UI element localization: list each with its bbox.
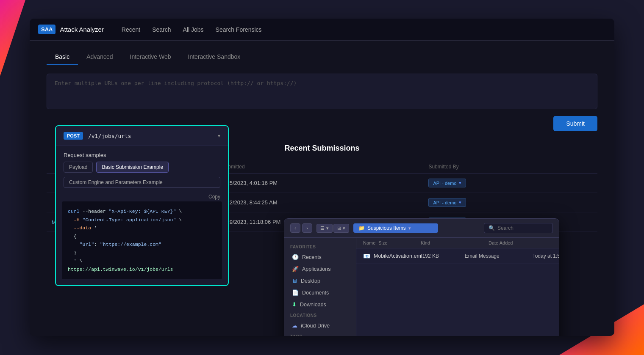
documents-icon: 📄 — [292, 289, 299, 296]
file-list-panel: Name Size Kind Date Added 📧 MobileActiva… — [356, 238, 559, 336]
nav-links: Recent Search All Jobs Search Forensics — [122, 26, 262, 33]
request-samples-label: Request samples — [56, 146, 228, 162]
file-name-cell: 📧 MobileActivation.eml — [363, 253, 422, 259]
favorites-label: Favorites — [284, 242, 356, 251]
sidebar-item-icloud[interactable]: ☁ iCloud Drive — [286, 320, 354, 331]
file-icon: 📧 — [363, 253, 370, 259]
tab-interactive-sandbox[interactable]: Interactive Sandbox — [180, 49, 249, 65]
icloud-icon: ☁ — [292, 322, 297, 329]
tags-label: Tags — [284, 332, 356, 336]
file-sidebar: Favorites 🕐 Recents 🚀 Applications 🖥 Des… — [284, 238, 356, 336]
row2-submitter: API - demo ▾ — [423, 193, 567, 212]
main-content: Basic Advanced Interactive Web Interacti… — [30, 41, 614, 336]
back-arrow[interactable]: ‹ — [290, 223, 300, 233]
tab-advanced[interactable]: Advanced — [78, 49, 121, 65]
file-search-input[interactable] — [497, 225, 548, 231]
file-row[interactable]: 📧 MobileActivation.eml 192 KB Email Mess… — [356, 248, 559, 264]
nav-search[interactable]: Search — [152, 26, 171, 33]
search-icon: 🔍 — [489, 225, 495, 231]
desktop-icon: 🖥 — [292, 278, 297, 284]
grid-view-caret: ▾ — [343, 226, 345, 231]
col-size: Size — [378, 240, 421, 245]
location-caret-icon: ▾ — [408, 226, 411, 231]
col-kind: Kind — [421, 240, 489, 245]
downloads-icon: ⬇ — [292, 301, 297, 308]
app-window: SAA Attack Analyzer Recent Search All Jo… — [30, 19, 614, 336]
col-header-engine — [567, 160, 597, 173]
corner-decoration-tl — [0, 0, 34, 85]
col-header-submitted-by: Submitted By — [423, 160, 567, 173]
sidebar-applications-label: Applications — [302, 266, 330, 272]
col-date: Date Added — [489, 240, 552, 245]
tab-interactive-web[interactable]: Interactive Web — [122, 49, 180, 65]
file-size: 192 KB — [422, 253, 465, 259]
api-panel: POST /v1/jobs/urls ▾ Request samples Pay… — [55, 125, 229, 286]
file-dialog: ‹ › ☰ ▾ ⊞ ▾ 📁 Suspicious Items — [284, 218, 559, 336]
nav-arrows: ‹ › — [290, 223, 312, 233]
list-view-caret: ▾ — [326, 226, 329, 231]
nav-search-forensics[interactable]: Search Forensics — [216, 26, 262, 33]
folder-icon: 📁 — [358, 225, 365, 231]
url-input-area — [47, 74, 597, 109]
chevron-down-icon[interactable]: ▾ — [218, 133, 220, 139]
copy-button[interactable]: Copy — [208, 194, 220, 200]
navbar: SAA Attack Analyzer Recent Search All Jo… — [30, 19, 614, 41]
row1-submitted: 5/25/2023, 4:01:16 PM — [217, 173, 424, 193]
post-badge: POST — [64, 132, 83, 140]
search-box: 🔍 — [484, 223, 553, 233]
caret-icon: ▾ — [459, 180, 461, 186]
row1-submitter: API - demo ▾ — [423, 173, 567, 193]
tab-basic[interactable]: Basic — [47, 49, 78, 65]
sidebar-item-desktop[interactable]: 🖥 Desktop — [286, 275, 354, 286]
location-label: Suspicious Items — [367, 225, 406, 231]
file-name: MobileActivation.eml — [374, 253, 422, 259]
url-input[interactable] — [55, 80, 589, 101]
sidebar-item-recents[interactable]: 🕐 Recents — [286, 251, 354, 263]
file-date: Today at 1:56 PM — [533, 253, 559, 259]
sidebar-recents-label: Recents — [302, 254, 322, 260]
submit-button[interactable]: Submit — [553, 116, 597, 131]
sidebar-icloud-label: iCloud Drive — [301, 323, 330, 329]
sidebar-item-downloads[interactable]: ⬇ Downloads — [286, 299, 354, 310]
nav-all-jobs[interactable]: All Jobs — [183, 26, 204, 33]
custom-engine-tab[interactable]: Custom Engine and Parameters Example — [64, 177, 220, 188]
row2-action — [567, 193, 597, 212]
nav-recent[interactable]: Recent — [122, 26, 140, 33]
file-list-header: Name Size Kind Date Added — [356, 238, 559, 248]
locations-label: Locations — [284, 311, 356, 319]
file-dialog-toolbar: ‹ › ☰ ▾ ⊞ ▾ 📁 Suspicious Items — [284, 219, 559, 238]
list-view-btn[interactable]: ☰ ▾ — [316, 224, 333, 233]
sidebar-item-applications[interactable]: 🚀 Applications — [286, 263, 354, 275]
sidebar-desktop-label: Desktop — [301, 278, 320, 284]
list-view-icon: ☰ — [320, 226, 325, 231]
logo: SAA Attack Analyzer — [38, 25, 104, 34]
location-badge[interactable]: 📁 Suspicious Items ▾ — [353, 223, 438, 233]
row2-submitted: 5/22/2023, 8:44:25 AM — [217, 193, 424, 212]
api-endpoint: /v1/jobs/urls — [88, 133, 213, 139]
grid-view-btn[interactable]: ⊞ ▾ — [333, 224, 349, 233]
engine-badge: API - demo ▾ — [428, 179, 466, 187]
app-title: Attack Analyzer — [60, 26, 103, 33]
forward-arrow[interactable]: › — [302, 223, 312, 233]
sidebar-item-documents[interactable]: 📄 Documents — [286, 287, 354, 298]
grid-view-icon: ⊞ — [337, 226, 341, 231]
tabs-row: Basic Advanced Interactive Web Interacti… — [47, 49, 597, 65]
row3-action — [567, 212, 597, 232]
caret-icon: ▾ — [459, 200, 461, 205]
clock-icon: 🕐 — [292, 254, 299, 260]
logo-badge: SAA — [38, 25, 56, 34]
sidebar-documents-label: Documents — [302, 290, 329, 296]
file-kind: Email Message — [465, 253, 533, 259]
code-block: curl --header "X-Api-Key: ${API_KEY}" \ … — [62, 201, 222, 279]
row1-action — [567, 173, 597, 193]
col-header-submitted: Submitted — [217, 160, 424, 173]
file-dialog-body: Favorites 🕐 Recents 🚀 Applications 🖥 Des… — [284, 238, 559, 336]
view-toggle: ☰ ▾ ⊞ ▾ — [316, 224, 349, 233]
col-name: Name — [363, 240, 378, 245]
payload-tab[interactable]: Payload — [64, 162, 93, 173]
sidebar-downloads-label: Downloads — [300, 302, 326, 308]
basic-submission-tab[interactable]: Basic Submission Example — [96, 162, 169, 173]
sample-tabs: Payload Basic Submission Example — [56, 162, 228, 177]
engine-badge: API - demo ▾ — [428, 198, 466, 207]
api-panel-header: POST /v1/jobs/urls ▾ — [56, 126, 228, 146]
